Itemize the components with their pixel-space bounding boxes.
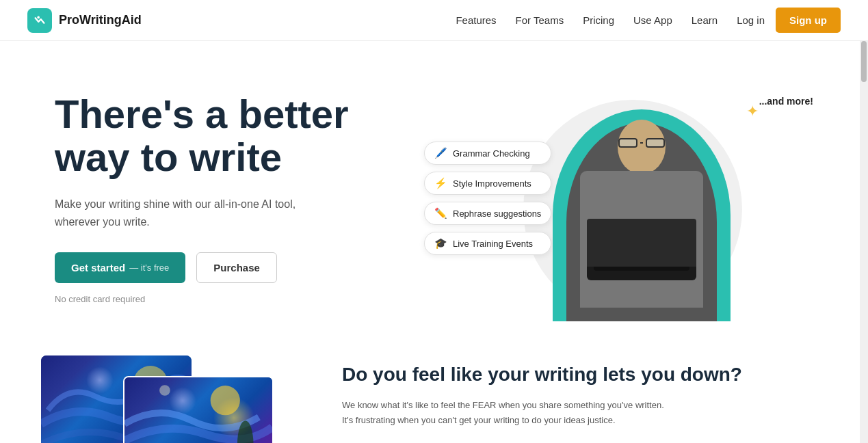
pill-rephrase: ✏️ Rephrase suggestions — [424, 202, 551, 225]
get-started-label: Get started — [71, 262, 125, 273]
signup-button[interactable]: Sign up — [776, 8, 841, 33]
svg-point-4 — [159, 385, 170, 396]
svg-point-3 — [211, 386, 240, 415]
feature-pills: 🖊️ Grammar Checking ⚡ Style Improvements… — [424, 142, 551, 255]
hero-ctas: Get started — it's free Purchase — [55, 252, 438, 283]
nav-features[interactable]: Features — [456, 14, 496, 26]
painting-card-front: My idea in my head — [123, 376, 274, 443]
hero-right: 🖊️ Grammar Checking ⚡ Style Improvements… — [438, 75, 827, 321]
pill-grammar: 🖊️ Grammar Checking — [424, 142, 551, 165]
logo-area[interactable]: ProWritingAid — [27, 8, 142, 33]
star-decoration: ✦ — [746, 103, 759, 120]
login-link[interactable]: Log in — [737, 14, 765, 26]
pill-training: 🎓 Live Training Events — [424, 232, 551, 255]
hero-section: There's a better way to write Make your … — [0, 41, 868, 349]
get-started-button[interactable]: Get started — it's free — [55, 252, 185, 283]
glasses — [618, 138, 665, 146]
scrollbar-thumb[interactable] — [861, 41, 867, 82]
starry-night-2 — [124, 377, 272, 443]
hero-title: There's a better way to write — [55, 92, 438, 180]
lower-title: Do you feel like your writing lets you d… — [342, 362, 827, 387]
lower-right: Do you feel like your writing lets you d… — [342, 355, 827, 429]
no-credit-text: No credit card required — [55, 294, 438, 304]
and-more-text: ...and more! — [759, 96, 813, 107]
person-image — [553, 109, 731, 321]
nav-learn[interactable]: Learn — [692, 14, 718, 26]
navbar: ProWritingAid Features For Teams Pricing… — [0, 0, 868, 41]
nav-for-teams[interactable]: For Teams — [516, 14, 564, 26]
purchase-button[interactable]: Purchase — [196, 252, 277, 283]
laptop — [587, 219, 696, 280]
nav-links: Features For Teams Pricing Use App Learn — [456, 14, 718, 27]
nav-use-app[interactable]: Use App — [633, 14, 672, 26]
hero-subtitle: Make your writing shine with our all-in-… — [55, 196, 328, 230]
scrollbar[interactable] — [860, 0, 868, 443]
logo-icon — [27, 8, 52, 33]
free-label: — it's free — [129, 263, 169, 273]
lower-body: We know what it's like to feel the FEAR … — [342, 398, 670, 428]
svg-point-1 — [37, 16, 40, 18]
pill-style-label: Style Improvements — [453, 178, 531, 189]
pill-grammar-label: Grammar Checking — [453, 148, 530, 159]
pill-training-label: Live Training Events — [453, 239, 533, 249]
nav-pricing[interactable]: Pricing — [583, 14, 614, 26]
lower-left: My idea in my head — [41, 355, 301, 443]
pill-style: ⚡ Style Improvements — [424, 172, 551, 195]
brand-name: ProWritingAid — [59, 13, 142, 27]
lower-section: My idea in my head Do you feel like your… — [0, 349, 868, 443]
nav-right: Log in Sign up — [737, 8, 841, 33]
pill-rephrase-label: Rephrase suggestions — [453, 209, 541, 219]
hero-left: There's a better way to write Make your … — [55, 92, 438, 305]
